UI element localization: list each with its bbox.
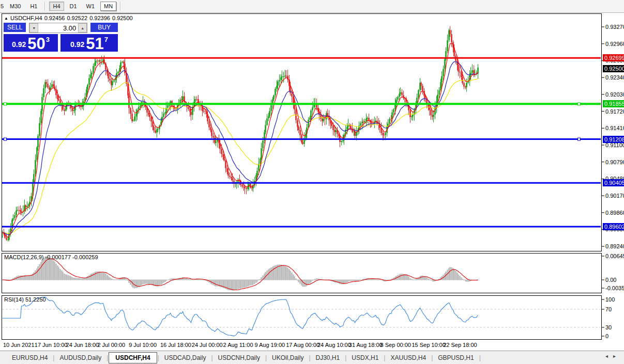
price-tick-label: 0.91100 (605, 142, 624, 148)
tab-usdcnh[interactable]: USDCNH,Daily (214, 353, 265, 363)
timeframe-button-h1[interactable]: H1 (26, 2, 41, 11)
buy-price-pipette: 7 (104, 36, 108, 43)
tab-divider: | (479, 354, 481, 361)
rsi-tick-label: 100 (605, 296, 615, 303)
toolbar-separator (44, 2, 45, 11)
macd-tick-label: 0.00 (605, 277, 616, 283)
tab-xauusd[interactable]: XAUUSD,H4 (386, 353, 431, 363)
chart-tab-bar: EURUSD,H4|AUDUSD,Daily|USDCHF,H4|USDCAD,… (0, 351, 624, 364)
time-tick-label: 10 Jun 2021 (3, 342, 35, 348)
time-tick-label: 24 Jun 18:00 (66, 342, 99, 348)
ohlc-open: 0.92456 (44, 15, 65, 21)
timeframe-button-clipped[interactable]: 5 (1, 3, 5, 9)
tab-scroll-arrows: ◂▸ (605, 353, 621, 359)
tab-gbpusd[interactable]: GBPUSD,H1 (433, 353, 478, 363)
toolbar-separator (120, 2, 121, 11)
sell-price-panel[interactable]: 0.92 50 3 (4, 34, 58, 52)
price-tick-label: 0.90790 (605, 159, 624, 165)
buy-button[interactable]: BUY (90, 23, 118, 33)
sell-price-big: 50 (27, 37, 45, 51)
time-tick-label: 2 Jul 00:00 (97, 342, 125, 348)
time-tick-label: 22 Sep 18:00 (443, 342, 477, 348)
hline-price-label: 0.91855 (603, 100, 624, 107)
timeframe-button-d1[interactable]: D1 (66, 2, 81, 11)
tab-usdchf[interactable]: USDCHF,H4 (109, 352, 157, 363)
volume-increase-icon[interactable]: ▲ (78, 23, 87, 33)
current-price-label: 0.92500 (603, 65, 624, 72)
time-tick-label: 2 Aug 11:00 (223, 342, 253, 348)
timeframe-button-w1[interactable]: W1 (83, 2, 99, 11)
hline-price-label: 0.89602 (603, 223, 624, 230)
price-tick-label: 0.92340 (605, 74, 624, 81)
buy-price-big: 51 (86, 37, 103, 51)
rsi-tick-label: 0 (605, 333, 608, 339)
chart-expand-icon: ▲ (4, 16, 8, 21)
timeframe-button-h4[interactable]: H4 (49, 2, 64, 11)
tab-scroll-right-icon[interactable]: ▸ (613, 353, 621, 359)
macd-label: MACD(12,26,9) -0.000177 -0.000259 (4, 254, 98, 260)
chart-header: ▲USDCHF,H40.924560.925220.923960.92500 (4, 15, 135, 21)
time-tick-label: 24 Aug 10:00 (317, 342, 351, 348)
tab-audusd[interactable]: AUDUSD,Daily (55, 353, 106, 363)
time-tick-label: 9 Aug 19:00 (254, 342, 285, 348)
sell-price-prefix: 0.92 (12, 40, 26, 49)
hline-price-label: 0.91208 (603, 136, 624, 143)
rsi-tick-label: 30 (605, 324, 612, 330)
price-tick-label: 0.90170 (605, 193, 624, 199)
price-tick-label: 0.92960 (605, 41, 624, 47)
macd-tick-label: -0.003502 (605, 285, 624, 291)
time-tick-label: 17 Jun 10:00 (35, 342, 68, 348)
ohlc-close: 0.92500 (112, 15, 133, 21)
time-tick-label: 31 Aug 18:00 (349, 342, 383, 348)
tab-dj30[interactable]: DJ30,H1 (311, 353, 345, 363)
time-tick-label: 9 Jul 10:00 (129, 342, 157, 348)
price-tick-label: 0.91410 (605, 125, 624, 131)
macd-tick-label: 0.006451 (605, 253, 624, 259)
time-tick-label: 8 Sep 00:00 (381, 342, 411, 348)
timeframe-toolbar: 5M30H1H4D1W1MN (0, 0, 624, 13)
one-click-trading-widget: SELL ▼ ▲ BUY 0.92 50 3 0.92 51 7 (4, 23, 118, 52)
ohlc-high: 0.92522 (67, 15, 87, 21)
rsi-tick-label: 70 (605, 306, 612, 312)
volume-input[interactable] (38, 23, 78, 33)
tab-ukoil[interactable]: UKOil,Daily (267, 353, 308, 363)
time-tick-label: 16 Jul 18:00 (160, 342, 191, 348)
buy-price-prefix: 0.92 (70, 40, 84, 49)
price-tick-label: 0.89860 (605, 210, 624, 216)
price-tick-label: 0.89240 (605, 243, 624, 249)
time-tick-label: 15 Sep 10:00 (412, 342, 445, 348)
time-tick-label: 24 Jul 00:00 (192, 342, 223, 348)
timeframe-button-mn[interactable]: MN (100, 2, 116, 11)
price-tick-label: 0.93270 (605, 24, 624, 30)
chart-symbol: USDCHF,H4 (10, 15, 42, 21)
rsi-panel (2, 295, 602, 340)
tab-scroll-left-icon[interactable]: ◂ (605, 353, 613, 359)
ohlc-low: 0.92396 (89, 15, 110, 21)
sell-price-pipette: 3 (46, 36, 50, 43)
tab-eurusd[interactable]: EURUSD,H4 (7, 353, 52, 363)
hline-price-label: 0.90405 (603, 179, 624, 186)
tab-usdcad[interactable]: USDCAD,Daily (160, 353, 211, 363)
volume-stepper: ▼ ▲ (29, 23, 87, 33)
rsi-label: RSI(14) 51.2250 (4, 296, 46, 303)
price-tick-label: 0.92030 (605, 91, 624, 98)
time-tick-label: 17 Aug 00:00 (286, 342, 319, 348)
hline-price-label: 0.92699 (603, 54, 624, 61)
sell-button[interactable]: SELL (4, 23, 26, 33)
tab-usdx[interactable]: USDX,H1 (347, 353, 383, 363)
price-tick-label: 0.91720 (605, 108, 624, 115)
volume-decrease-icon[interactable]: ▼ (29, 23, 38, 33)
buy-price-panel[interactable]: 0.92 51 7 (60, 34, 118, 52)
timeframe-button-m30[interactable]: M30 (6, 2, 24, 11)
